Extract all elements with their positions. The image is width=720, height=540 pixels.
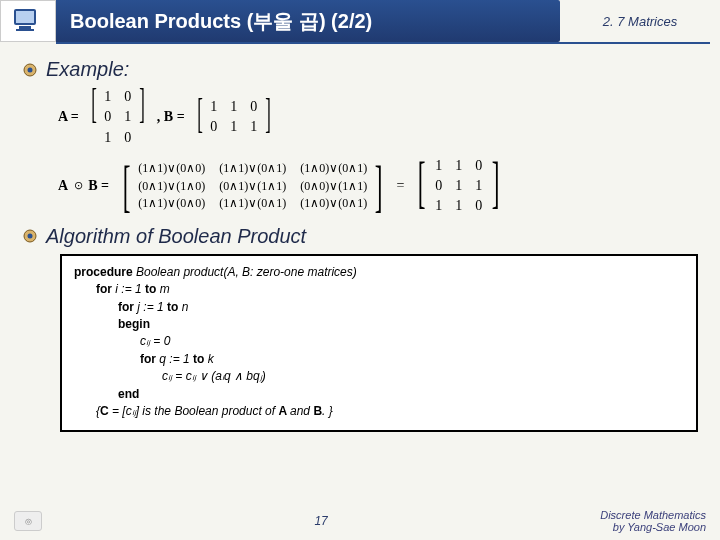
algo-line-9: {C = [cᵢⱼ] is the Boolean product of A a… [96, 403, 684, 420]
university-logo-icon: ◎ [14, 511, 42, 531]
equals-sign: = [397, 176, 405, 196]
label-A: A = [58, 107, 79, 127]
algo-line-3: for j := 1 to n [118, 299, 684, 316]
algo-line-6: for q := 1 to k [140, 351, 684, 368]
algorithm-box: procedure Boolean product(A, B: zero-one… [60, 254, 698, 433]
monitor-icon [11, 6, 45, 36]
bullet-example-text: Example: [46, 58, 129, 81]
page-number: 17 [42, 514, 600, 528]
algo-line-2: for i := 1 to m [96, 281, 684, 298]
label-B: , B = [157, 107, 185, 127]
algo-line-8: end [118, 386, 684, 403]
bullet-algorithm-text: Algorithm of Boolean Product [46, 225, 306, 248]
algo-line-4: begin [118, 316, 684, 333]
matrix-AB-result: [ 110 011 110 ] [412, 156, 505, 217]
label-AB-B: B = [88, 178, 109, 193]
header-corner-icon [0, 0, 56, 42]
bullet-icon [22, 62, 38, 78]
slide-footer: ◎ 17 Discrete Mathematics by Yang-Sae Mo… [0, 509, 720, 534]
svg-point-5 [28, 67, 33, 72]
math-product-row: A ⊙ B = [ (1∧1)∨(0∧0)(1∧1)∨(0∧1)(1∧0)∨(0… [58, 156, 698, 217]
bullet-example: Example: [22, 58, 698, 81]
footer-credit: Discrete Mathematics by Yang-Sae Moon [600, 509, 706, 534]
matrix-B: [ 110 011 ] [193, 97, 275, 138]
svg-rect-3 [16, 29, 34, 31]
math-definition-row: A = [ 10 01 10 ] , B = [ 110 011 ] [58, 87, 698, 148]
slide-header: Boolean Products (부울 곱) (2/2) 2. 7 Matri… [0, 0, 720, 42]
bullet-icon [22, 228, 38, 244]
algo-line-1: procedure Boolean product(A, B: zero-one… [74, 264, 684, 281]
svg-rect-2 [19, 26, 31, 29]
svg-point-7 [28, 234, 33, 239]
boolean-product-op-icon: ⊙ [74, 178, 83, 194]
algo-line-7: cᵢⱼ = cᵢⱼ ∨ (aᵢq ∧ bqⱼ) [162, 368, 684, 385]
algo-line-5: cᵢⱼ = 0 [140, 333, 684, 350]
label-AB-A: A [58, 178, 68, 193]
section-label: 2. 7 Matrices [560, 0, 720, 42]
bullet-algorithm: Algorithm of Boolean Product [22, 225, 698, 248]
svg-rect-1 [16, 11, 34, 23]
slide-title: Boolean Products (부울 곱) (2/2) [56, 0, 560, 42]
matrix-AB-expr: [ (1∧1)∨(0∧0)(1∧1)∨(0∧1)(1∧0)∨(0∧1) (0∧1… [117, 160, 389, 212]
matrix-A: [ 10 01 10 ] [87, 87, 149, 148]
